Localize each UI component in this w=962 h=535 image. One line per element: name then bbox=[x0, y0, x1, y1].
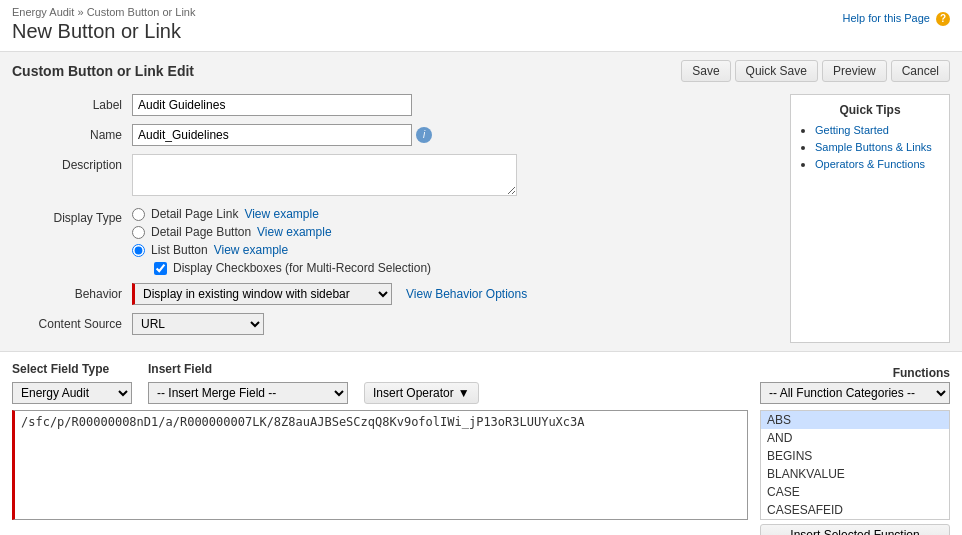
detail-page-link-example[interactable]: View example bbox=[244, 207, 318, 221]
functions-list: ABS AND BEGINS BLANKVALUE CASE CASESAFEI… bbox=[760, 410, 950, 520]
action-buttons: Save Quick Save Preview Cancel bbox=[681, 60, 950, 82]
help-link[interactable]: Help for this Page bbox=[843, 12, 930, 24]
name-input[interactable] bbox=[132, 124, 412, 146]
insert-field-label: Insert Field bbox=[148, 362, 348, 376]
url-input-area[interactable]: /sfc/p/R00000008nD1/a/R000000007LK/8Z8au… bbox=[12, 410, 748, 520]
function-item-blankvalue[interactable]: BLANKVALUE bbox=[761, 465, 949, 483]
function-item-case[interactable]: CASE bbox=[761, 483, 949, 501]
cancel-button[interactable]: Cancel bbox=[891, 60, 950, 82]
label-input[interactable] bbox=[132, 94, 412, 116]
list-button-example[interactable]: View example bbox=[214, 243, 288, 257]
function-item-and[interactable]: AND bbox=[761, 429, 949, 447]
select-field-type-select[interactable]: Energy Audit bbox=[12, 382, 132, 404]
quick-tip-getting-started[interactable]: Getting Started bbox=[815, 124, 889, 136]
content-source-label: Content Source bbox=[12, 313, 132, 331]
insert-selected-function-button[interactable]: Insert Selected Function bbox=[760, 524, 950, 535]
insert-operator-label: Insert Operator bbox=[373, 386, 454, 400]
page-title: New Button or Link bbox=[12, 20, 950, 43]
breadcrumb-custom-button: Custom Button or Link bbox=[87, 6, 196, 18]
function-categories-select[interactable]: -- All Function Categories -- bbox=[760, 382, 950, 404]
url-value: /sfc/p/R00000008nD1/a/R000000007LK/8Z8au… bbox=[21, 415, 741, 429]
quick-tip-operators[interactable]: Operators & Functions bbox=[815, 158, 925, 170]
behavior-select[interactable]: Display in existing window with sidebar … bbox=[132, 283, 392, 305]
function-item-begins[interactable]: BEGINS bbox=[761, 447, 949, 465]
breadcrumb: Energy Audit » Custom Button or Link bbox=[12, 6, 950, 18]
name-field-label: Name bbox=[12, 124, 132, 142]
detail-page-link-label: Detail Page Link bbox=[151, 207, 238, 221]
radio-list-button[interactable] bbox=[132, 244, 145, 257]
content-source-select[interactable]: URL Visualforce Page OnClick JavaScript bbox=[132, 313, 264, 335]
insert-operator-button[interactable]: Insert Operator ▼ bbox=[364, 382, 479, 404]
detail-page-button-example[interactable]: View example bbox=[257, 225, 331, 239]
quick-save-button[interactable]: Quick Save bbox=[735, 60, 818, 82]
radio-detail-page-link[interactable] bbox=[132, 208, 145, 221]
save-button[interactable]: Save bbox=[681, 60, 730, 82]
insert-field-select[interactable]: -- Insert Merge Field -- bbox=[148, 382, 348, 404]
display-checkboxes-label: Display Checkboxes (for Multi-Record Sel… bbox=[173, 261, 431, 275]
description-input[interactable] bbox=[132, 154, 517, 196]
quick-tips-panel: Quick Tips Getting Started Sample Button… bbox=[790, 94, 950, 343]
help-icon[interactable]: ? bbox=[936, 12, 950, 26]
display-type-group: Detail Page Link View example Detail Pag… bbox=[132, 207, 778, 275]
functions-panel: ABS AND BEGINS BLANKVALUE CASE CASESAFEI… bbox=[760, 410, 950, 535]
display-type-label: Display Type bbox=[12, 207, 132, 225]
quick-tip-sample-buttons[interactable]: Sample Buttons & Links bbox=[815, 141, 932, 153]
breadcrumb-energy-audit: Energy Audit bbox=[12, 6, 74, 18]
preview-button[interactable]: Preview bbox=[822, 60, 887, 82]
behavior-label: Behavior bbox=[12, 283, 132, 301]
function-item-casesafeid[interactable]: CASESAFEID bbox=[761, 501, 949, 519]
label-field-label: Label bbox=[12, 94, 132, 112]
quick-tips-title: Quick Tips bbox=[799, 103, 941, 117]
insert-operator-chevron: ▼ bbox=[458, 386, 470, 400]
section-title: Custom Button or Link Edit bbox=[12, 63, 194, 79]
info-icon[interactable]: i bbox=[416, 127, 432, 143]
view-behavior-link[interactable]: View Behavior Options bbox=[406, 287, 527, 301]
display-checkboxes-checkbox[interactable] bbox=[154, 262, 167, 275]
help-link-area: Help for this Page ? bbox=[843, 12, 951, 26]
function-item-abs[interactable]: ABS bbox=[761, 411, 949, 429]
description-field-label: Description bbox=[12, 154, 132, 172]
select-field-type-label: Select Field Type bbox=[12, 362, 132, 376]
quick-tips-list: Getting Started Sample Buttons & Links O… bbox=[799, 123, 941, 171]
functions-label: Functions bbox=[893, 366, 950, 380]
list-button-label: List Button bbox=[151, 243, 208, 257]
radio-detail-page-button[interactable] bbox=[132, 226, 145, 239]
detail-page-button-label: Detail Page Button bbox=[151, 225, 251, 239]
